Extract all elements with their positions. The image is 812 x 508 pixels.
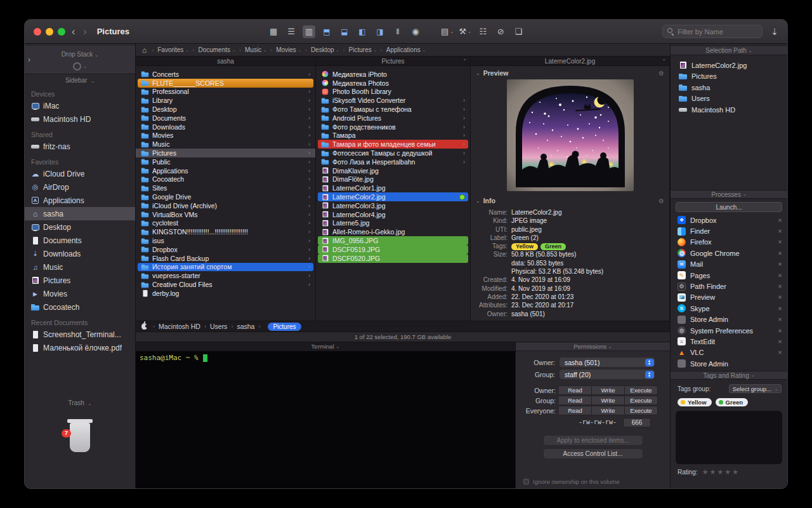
terminal-header[interactable]: Terminal⌄ xyxy=(136,342,515,351)
icon-pane-top[interactable]: ⬒ xyxy=(320,25,333,38)
ignore-ownership-checkbox[interactable] xyxy=(523,479,529,485)
selection-path-item[interactable]: Pictures xyxy=(679,71,787,83)
file-row[interactable]: derby.log › xyxy=(138,289,313,298)
selection-path-header[interactable]: Selection Path⌄ xyxy=(671,46,787,55)
file-row[interactable]: LaterneColor3.jpg › xyxy=(318,201,468,210)
sidebar-item[interactable]: Movies xyxy=(25,287,135,300)
file-row[interactable]: Movies › xyxy=(138,131,313,140)
breadcrumb-item[interactable]: ›sasha xyxy=(227,323,254,330)
file-row[interactable]: Professional › xyxy=(138,88,313,97)
process-row[interactable]: Path Finder ✕ xyxy=(678,281,784,291)
file-row[interactable]: vuepress-starter › xyxy=(138,271,313,280)
execute-permission-button[interactable]: Execute xyxy=(625,396,658,405)
file-row[interactable]: Тамара и фото младенцев семьи › xyxy=(318,140,468,149)
path-bar-item[interactable]: ›Pictures⌄ xyxy=(339,46,377,53)
file-row[interactable]: LaterneColor1.jpg › xyxy=(318,184,468,192)
path-bar-item[interactable]: ›Movies⌄ xyxy=(266,46,301,53)
process-row[interactable]: Pages ✕ xyxy=(678,270,784,281)
tag-badge-green[interactable]: Green xyxy=(540,243,566,250)
file-row[interactable]: DimaKlavier.jpg › xyxy=(318,166,468,175)
section-settings-icon[interactable]: ⚙ xyxy=(658,70,664,77)
icon-share[interactable]: ☷ xyxy=(476,25,489,38)
path-bar-item[interactable]: ›Music⌄ xyxy=(235,46,266,53)
file-row[interactable]: Applications › xyxy=(138,166,313,175)
process-row[interactable]: TextEdit ✕ xyxy=(678,336,784,347)
sidebar-item[interactable]: Маленькой ёлочке.pdf xyxy=(25,341,135,354)
selection-path-item[interactable]: Users xyxy=(679,93,787,105)
column-header[interactable]: Pictures⌃ xyxy=(316,57,470,66)
icon-tools[interactable]: ⚒⌄ xyxy=(459,25,471,38)
file-row[interactable]: Медиатека Photos › xyxy=(318,79,468,88)
write-permission-button[interactable]: Write xyxy=(592,396,625,405)
tag-green[interactable]: Green xyxy=(716,398,748,406)
launch-button[interactable]: Launch... xyxy=(676,202,782,212)
process-row[interactable]: Preview ✕ xyxy=(678,292,784,303)
column-header[interactable]: sasha xyxy=(136,57,315,66)
sidebar-item[interactable]: iMac xyxy=(25,99,135,112)
close-process-icon[interactable]: ✕ xyxy=(778,239,784,245)
file-row[interactable]: DSCF0520.JPG › xyxy=(318,254,468,263)
process-row[interactable]: Mail ✕ xyxy=(678,259,784,270)
icon-pane-left[interactable]: ◧ xyxy=(356,25,369,38)
sidebar-item[interactable]: Desktop xyxy=(25,220,135,234)
trash-icon[interactable]: 7 xyxy=(65,415,95,452)
file-row[interactable]: Documents › xyxy=(138,114,313,123)
tags-group-select[interactable]: Select group...⌄ xyxy=(729,384,782,393)
trash-header[interactable]: Trash ⌄ xyxy=(25,398,135,411)
close-process-icon[interactable]: ✕ xyxy=(778,250,784,257)
icon-view-list[interactable]: ☰ xyxy=(285,25,298,38)
home-icon[interactable]: ⌂ xyxy=(142,46,147,55)
file-row[interactable]: Creative Cloud Files › xyxy=(138,280,313,289)
selection-path-item[interactable]: LaterneColor2.jpg xyxy=(679,60,787,71)
file-row[interactable]: Cocoatech › xyxy=(138,175,313,184)
octal-permissions-field[interactable]: 666 xyxy=(623,418,651,427)
file-row[interactable]: VirtualBox VMs › xyxy=(138,210,313,219)
file-row[interactable]: Laterne5.jpg › xyxy=(318,219,468,228)
forward-button[interactable]: › xyxy=(81,27,88,37)
icon-new-document[interactable]: ❏ xyxy=(512,25,525,38)
sidebar-item[interactable]: fritz-nas xyxy=(25,140,135,153)
preview-section-row[interactable]: ⌄ Preview ⚙ xyxy=(471,66,669,79)
file-row[interactable]: FLUTE______SCORES › xyxy=(138,79,313,88)
process-row[interactable]: Store Admin ✕ xyxy=(678,314,784,325)
sidebar-item[interactable]: Music xyxy=(25,260,135,274)
execute-permission-button[interactable]: Execute xyxy=(625,406,658,415)
process-row[interactable]: Dropbox ✕ xyxy=(678,215,784,225)
file-row[interactable]: Фото Лиза и Hespertalbahn › xyxy=(318,157,468,166)
tags-rating-header[interactable]: Tags and Rating⌄ xyxy=(671,371,787,380)
path-bar-item[interactable]: ›Favorites⌄ xyxy=(148,46,188,53)
collapse-icon[interactable]: ⌃ xyxy=(462,58,467,64)
file-row[interactable]: Allet-Romeo-i-Gekko.jpg › xyxy=(318,227,468,236)
process-row[interactable]: Skype ✕ xyxy=(678,303,784,314)
file-row[interactable]: Downloads › xyxy=(138,123,313,131)
apply-to-enclosed-button[interactable]: Apply to enclosed items... xyxy=(543,435,643,446)
breadcrumb-item[interactable]: ›Macintosh HD xyxy=(149,323,200,330)
close-process-icon[interactable]: ✕ xyxy=(778,316,784,323)
rating-stars[interactable]: ★★★★★ xyxy=(702,468,740,476)
back-button[interactable]: ‹ xyxy=(70,27,77,37)
close-process-icon[interactable]: ✕ xyxy=(778,305,784,312)
file-row[interactable]: Public › xyxy=(138,157,313,166)
read-permission-button[interactable]: Read xyxy=(559,385,592,395)
close-process-icon[interactable]: ✕ xyxy=(778,349,784,356)
file-row[interactable]: DimaFlöte.jpg › xyxy=(318,175,468,184)
group-select[interactable]: staff (20)▲▼ xyxy=(559,369,655,380)
file-row[interactable]: Library › xyxy=(138,96,313,105)
file-row[interactable]: Flash Card Backup › xyxy=(138,254,313,263)
icon-quicklook-eye[interactable]: ◉ xyxy=(409,25,422,38)
icon-pane-right[interactable]: ◨ xyxy=(374,25,386,38)
filter-input[interactable] xyxy=(678,28,757,36)
close-process-icon[interactable]: ✕ xyxy=(778,294,784,300)
sidebar-item[interactable]: iCloud Drive xyxy=(25,167,135,180)
filter-field[interactable] xyxy=(662,25,763,38)
sidebar-expander-icon[interactable]: › xyxy=(28,55,30,64)
download-icon[interactable]: ⇣ xyxy=(771,27,778,37)
icon-arrange-menu[interactable]: ▤⌄ xyxy=(441,25,454,38)
sidebar-item[interactable]: Pictures xyxy=(25,274,135,287)
process-row[interactable]: Firefox ✕ xyxy=(678,237,784,248)
file-row[interactable]: Dropbox › xyxy=(138,245,313,254)
process-row[interactable]: VLC ✕ xyxy=(678,347,784,358)
file-row[interactable]: Android Pictures › xyxy=(318,114,468,123)
selection-path-item[interactable]: Macintosh HD xyxy=(679,104,787,116)
write-permission-button[interactable]: Write xyxy=(592,385,625,395)
